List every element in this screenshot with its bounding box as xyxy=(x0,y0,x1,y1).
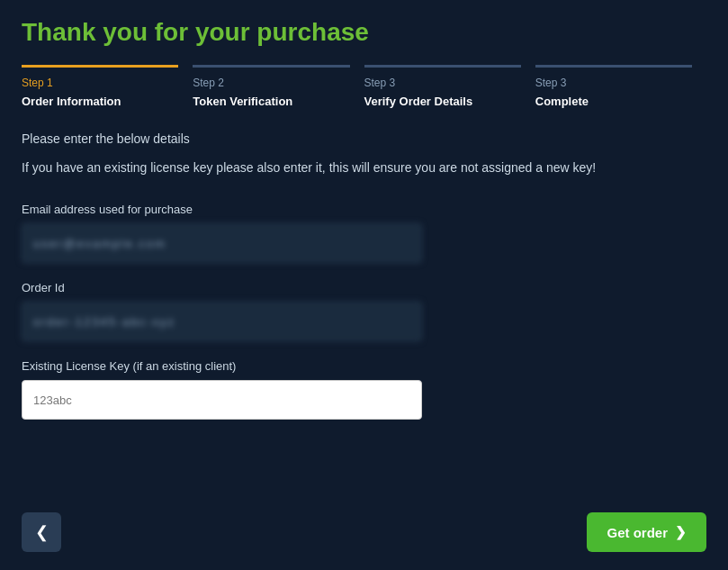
email-input[interactable] xyxy=(22,223,422,263)
email-label: Email address used for purchase xyxy=(22,203,706,216)
page-container: Thank you for your purchase Step 1 Order… xyxy=(0,0,728,570)
step-2-bar xyxy=(193,65,349,68)
step-3b-label: Step 3 xyxy=(535,77,692,89)
step-1-name: Order Information xyxy=(22,95,178,108)
get-order-label: Get order xyxy=(607,525,668,540)
step-1: Step 1 Order Information xyxy=(22,65,193,108)
order-id-label: Order Id xyxy=(22,281,706,294)
bottom-navigation: ❮ Get order ❯ xyxy=(22,512,706,552)
order-id-input[interactable] xyxy=(22,302,422,341)
step-3b: Step 3 Complete xyxy=(535,65,706,108)
description-primary: Please enter the below details xyxy=(22,130,706,149)
step-1-bar xyxy=(22,65,178,68)
back-icon: ❮ xyxy=(35,522,49,542)
step-3a-name: Verify Order Details xyxy=(364,95,521,108)
steps-container: Step 1 Order Information Step 2 Token Ve… xyxy=(22,65,706,108)
step-3b-bar xyxy=(535,65,692,68)
page-title: Thank you for your purchase xyxy=(22,18,706,47)
step-3a-label: Step 3 xyxy=(364,77,521,89)
license-key-label: Existing License Key (if an existing cli… xyxy=(22,359,706,373)
step-2-label: Step 2 xyxy=(193,77,349,89)
step-3a: Step 3 Verify Order Details xyxy=(364,65,535,108)
description-secondary: If you have an existing license key plea… xyxy=(22,158,706,177)
step-2-name: Token Verification xyxy=(193,95,349,108)
step-3a-bar xyxy=(364,65,521,68)
order-id-form-group: Order Id xyxy=(22,281,706,341)
license-key-form-group: Existing License Key (if an existing cli… xyxy=(22,359,706,420)
get-order-button[interactable]: Get order ❯ xyxy=(587,512,706,552)
email-form-group: Email address used for purchase xyxy=(22,203,706,263)
back-button[interactable]: ❮ xyxy=(22,512,61,552)
get-order-arrow-icon: ❯ xyxy=(675,524,687,540)
license-key-input[interactable] xyxy=(22,380,422,420)
step-2: Step 2 Token Verification xyxy=(193,65,364,108)
step-1-label: Step 1 xyxy=(22,77,178,89)
step-3b-name: Complete xyxy=(535,95,692,108)
